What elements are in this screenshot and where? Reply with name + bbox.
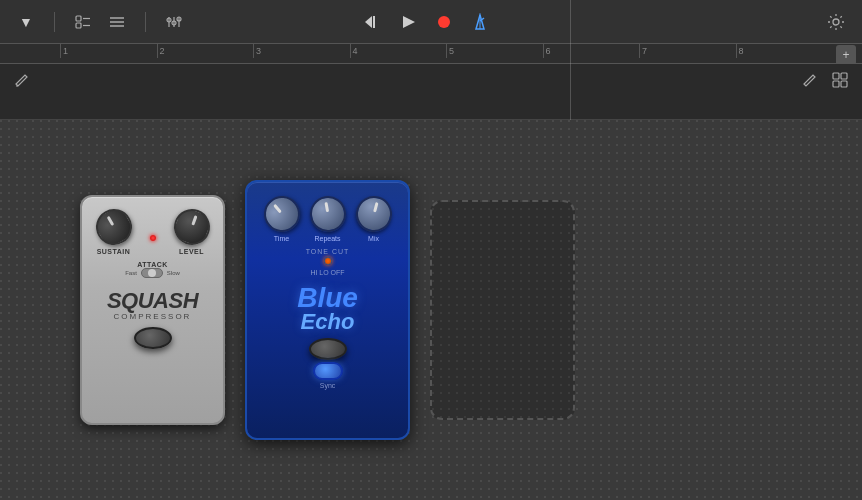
squash-name: SQUASH COMPRESSOR [107,290,198,321]
repeats-knob[interactable] [307,193,349,235]
toolbar-right [820,8,852,36]
blue-echo-pedal[interactable]: Time Repeats Mix TONE CUT HI LO OFF Blue [245,180,410,440]
echo-tone-cut-row: TONE CUT [257,248,398,265]
separator1 [54,12,55,32]
svg-rect-25 [841,81,847,87]
echo-knobs-row: Time Repeats Mix [264,196,392,242]
level-knob-container: LEVEL [174,209,210,255]
mix-knob-container: Mix [356,196,392,242]
svg-rect-1 [76,23,81,28]
sync-label: Sync [320,382,336,389]
pencil-icon [14,72,30,88]
level-label: LEVEL [179,248,204,255]
rewind-icon [363,14,381,30]
mixer-btn[interactable] [158,8,190,36]
ruler-mark: 7 [639,44,736,58]
svg-marker-13 [365,16,372,28]
dropdown-icon: ▼ [19,14,33,30]
time-knob-container: Time [264,196,300,242]
tracks-icon [74,15,92,29]
right-pencil-icon [802,72,818,88]
right-tools [796,67,854,93]
toolbar2 [0,64,862,96]
echo-sync-row: Sync [309,338,347,389]
ruler-mark: 1 [60,44,157,58]
attack-section: ATTACK Fast Slow [125,261,180,278]
dropdown-btn[interactable]: ▼ [10,8,42,36]
svg-rect-22 [833,73,839,79]
mix-knob[interactable] [351,192,395,236]
tone-cut-label: TONE CUT [306,248,350,255]
list-icon [108,15,126,29]
ruler-mark: 8 [736,44,833,58]
repeats-knob-container: Repeats [310,196,346,242]
sync-btn[interactable] [313,362,343,380]
play-btn[interactable] [392,8,424,36]
svg-marker-15 [403,16,415,28]
svg-rect-23 [841,73,847,79]
metronome-btn[interactable] [464,8,496,36]
ruler-mark: 4 [350,44,447,58]
ruler-mark: 2 [157,44,254,58]
echo-name: Blue Echo [297,284,358,332]
svg-rect-24 [833,81,839,87]
attack-label: ATTACK [137,261,168,268]
sustain-label: SUSTAIN [97,248,131,255]
led-indicator [150,235,156,241]
record-icon [435,14,453,30]
transport-group [356,8,496,36]
settings-btn[interactable] [820,8,852,36]
pencil-tool-btn[interactable] [8,67,36,93]
attack-switch-row: Fast Slow [125,268,180,278]
tracks-view-btn[interactable] [67,8,99,36]
ruler-mark: 5 [446,44,543,58]
grid-btn[interactable] [826,67,854,93]
list-view-btn[interactable] [101,8,133,36]
rewind-btn[interactable] [356,8,388,36]
right-pencil-btn[interactable] [796,67,824,93]
pedalboard: SUSTAIN LEVEL ATTACK Fast Slow SQUASH CO… [0,120,862,500]
echo-footswitch[interactable] [309,338,347,360]
empty-pedal-slot [430,200,575,420]
sustain-knob[interactable] [89,202,138,251]
echo-name-line2: Echo [297,312,358,332]
squash-footswitch[interactable] [134,327,172,349]
squash-compressor-pedal[interactable]: SUSTAIN LEVEL ATTACK Fast Slow SQUASH CO… [80,195,225,425]
level-knob[interactable] [168,204,214,250]
tone-cut-switches [324,257,332,265]
squash-name-line1: SQUASH [107,290,198,312]
squash-knobs-row: SUSTAIN LEVEL [96,209,210,255]
svg-rect-0 [76,16,81,21]
echo-hi-lo-row: HI LO OFF [257,269,398,276]
ruler-mark: 3 [253,44,350,58]
add-track-btn[interactable]: + [836,45,856,64]
squash-name-line2: COMPRESSOR [107,312,198,321]
attack-toggle[interactable] [141,268,163,278]
svg-rect-14 [373,16,375,28]
sustain-knob-container: SUSTAIN [96,209,132,255]
time-knob[interactable] [256,189,307,240]
tone-cut-switch-active[interactable] [324,257,332,265]
hi-lo-text: HI LO OFF [310,269,344,276]
settings-icon [827,13,845,31]
ruler-mark: 6 [543,44,640,58]
grid-icon [832,72,848,88]
play-icon [399,14,417,30]
repeats-label: Repeats [314,235,340,242]
svg-point-20 [833,19,839,25]
fast-label: Fast [125,270,137,276]
metronome-icon [471,13,489,31]
slow-label: Slow [167,270,180,276]
view-group [67,8,133,36]
ruler: 1 2 3 4 5 6 7 8 + [0,44,862,64]
time-label: Time [274,235,289,242]
record-btn[interactable] [428,8,460,36]
svg-point-16 [438,16,450,28]
hi-lo-label: HI LO OFF [310,269,344,276]
mix-label: Mix [368,235,379,242]
separator2 [145,12,146,32]
echo-name-line1: Blue [297,284,358,312]
mixer-icon [165,15,183,29]
